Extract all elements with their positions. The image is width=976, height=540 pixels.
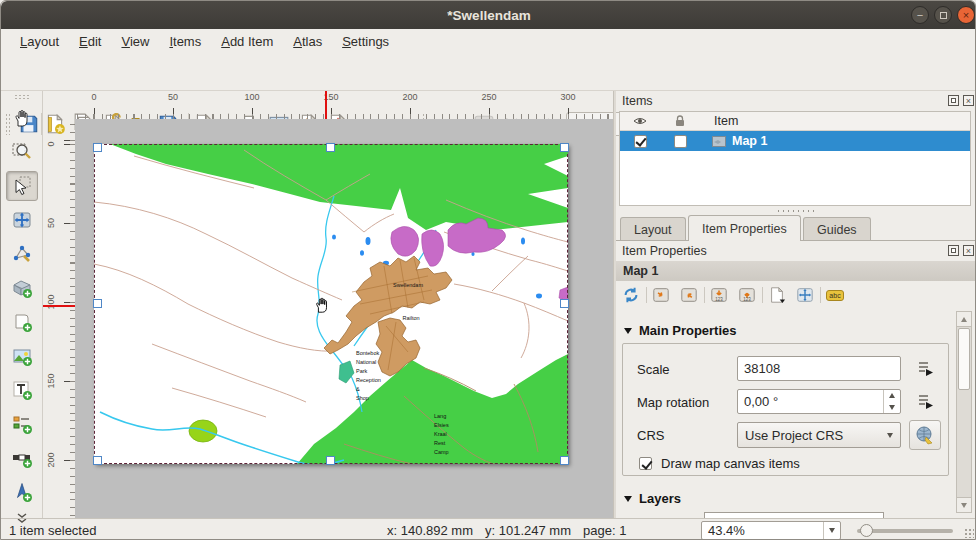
item-properties-panel-title: Item Properties — [622, 244, 707, 258]
scale-data-defined-button[interactable] — [911, 356, 939, 380]
lock-checkbox[interactable] — [674, 135, 687, 148]
labeling-settings-button[interactable]: abc — [824, 284, 846, 306]
ruler-tick-label: 0 — [46, 132, 56, 156]
add-shape-button[interactable] — [6, 307, 38, 337]
hand-cursor — [313, 296, 331, 314]
ruler-tick-label: 150 — [319, 92, 343, 102]
map1-item-row[interactable]: Map 1 — [620, 131, 970, 151]
toolbar-separator — [762, 287, 763, 303]
maximize-button[interactable] — [934, 6, 952, 24]
minimize-button[interactable]: − — [911, 6, 929, 24]
visibility-checkbox[interactable] — [634, 135, 647, 148]
move-item-content-button[interactable] — [6, 205, 38, 235]
draw-canvas-items-checkbox[interactable] — [639, 457, 652, 470]
layout-page[interactable]: Swellendam Railton Bontebok National Par… — [94, 144, 568, 464]
crs-combo[interactable]: Use Project CRS — [737, 422, 901, 448]
dock-splitter-handle[interactable] — [776, 209, 816, 213]
resize-handle-n[interactable] — [326, 143, 335, 152]
menu-add-item[interactable]: Add Item — [212, 31, 282, 52]
scroll-up-button[interactable] — [957, 312, 971, 327]
crs-select-button[interactable] — [909, 420, 941, 450]
resize-grip[interactable] — [964, 528, 974, 538]
set-map-extent-to-canvas-button[interactable] — [650, 284, 672, 306]
rotation-data-defined-button[interactable] — [911, 389, 939, 413]
resize-handle-nw[interactable] — [93, 143, 102, 152]
rotation-spinbox[interactable]: 0,00 ° — [737, 389, 901, 414]
selection-status: 1 item selected — [1, 523, 96, 538]
arrow-down-icon — [961, 503, 967, 508]
collapse-triangle-icon — [624, 496, 632, 502]
add-label-button[interactable] — [6, 375, 38, 405]
cursor-coordinates: x: 140.892 mm y: 101.247 mm page: 1 — [387, 523, 626, 538]
scrollbar-thumb[interactable] — [958, 328, 970, 390]
menu-view[interactable]: View — [112, 31, 158, 52]
add-legend-button[interactable] — [6, 409, 38, 439]
map-item[interactable] — [94, 144, 568, 464]
zoom-combo-dropdown[interactable] — [823, 522, 840, 539]
map-label-camp: Lang Elsies Kraal Rest Camp — [434, 412, 449, 457]
edit-nodes-item-button[interactable] — [6, 239, 38, 269]
cursor-y: y: 101.247 mm — [485, 523, 571, 538]
cursor-x: x: 140.892 mm — [387, 523, 473, 538]
zoom-slider-handle[interactable] — [860, 524, 873, 537]
scroll-down-button[interactable] — [957, 497, 971, 512]
scale-label: Scale — [637, 362, 670, 377]
close-button[interactable]: × — [957, 6, 975, 24]
pan-tool-button[interactable] — [6, 103, 38, 133]
add-north-arrow-button[interactable] — [6, 477, 38, 507]
zoom-tool-button[interactable] — [6, 137, 38, 167]
menu-atlas[interactable]: Atlas — [284, 31, 331, 52]
menu-edit[interactable]: Edit — [70, 31, 110, 52]
select-move-item-button[interactable] — [6, 171, 38, 201]
select-arrow-icon — [12, 176, 32, 196]
resize-handle-s[interactable] — [326, 456, 335, 465]
maximize-icon — [940, 12, 947, 19]
selected-item-title-bar: Map 1 — [616, 261, 976, 281]
resize-handle-w[interactable] — [93, 299, 102, 308]
item-properties-float-button[interactable] — [948, 245, 959, 256]
layers-section-header[interactable]: Layers — [624, 491, 681, 506]
data-defined-icon — [915, 391, 935, 411]
main-properties-section-header[interactable]: Main Properties — [624, 323, 737, 338]
hand-icon — [12, 108, 32, 128]
toolbar-grip[interactable] — [14, 94, 30, 100]
add-picture-button[interactable] — [6, 341, 38, 371]
items-panel-close-button[interactable]: × — [963, 95, 974, 106]
visibility-column-eye-icon — [633, 116, 647, 126]
resize-handle-sw[interactable] — [93, 456, 102, 465]
set-extent-from-bookmark-button[interactable] — [766, 284, 788, 306]
rotation-value: 0,00 ° — [744, 394, 778, 409]
view-map-scale-in-canvas-button[interactable]: 123 — [736, 284, 758, 306]
scale-input[interactable]: 38108 — [737, 356, 901, 381]
crs-combo-dropdown[interactable] — [880, 433, 900, 438]
resize-handle-se[interactable] — [560, 456, 569, 465]
crs-value: Use Project CRS — [738, 428, 880, 443]
selected-item-title: Map 1 — [623, 264, 658, 278]
rotation-spin-buttons[interactable] — [883, 390, 900, 413]
add-scalebar-button[interactable] — [6, 443, 38, 473]
tab-item-properties[interactable]: Item Properties — [688, 215, 801, 241]
item-properties-close-button[interactable]: × — [963, 245, 974, 256]
resize-handle-e[interactable] — [560, 299, 569, 308]
interactively-edit-map-extent-button[interactable] — [794, 284, 816, 306]
update-map-preview-button[interactable] — [620, 284, 642, 306]
arrow-up-icon — [961, 317, 967, 322]
zoom-level-combo[interactable]: 43.4% — [701, 521, 841, 540]
menu-settings[interactable]: Settings — [333, 31, 398, 52]
menu-items[interactable]: Items — [160, 31, 210, 52]
zoom-slider[interactable] — [857, 529, 953, 533]
set-map-scale-to-canvas-button[interactable]: 123 — [708, 284, 730, 306]
add-map-button[interactable] — [6, 273, 38, 303]
items-list-header: Item — [620, 112, 970, 131]
tab-layout[interactable]: Layout — [620, 217, 686, 241]
properties-scrollbar[interactable] — [956, 311, 972, 513]
spin-down-icon — [889, 405, 895, 410]
items-panel-float-button[interactable] — [948, 95, 959, 106]
resize-handle-ne[interactable] — [560, 143, 569, 152]
view-map-extent-in-canvas-button[interactable] — [678, 284, 700, 306]
ruler-tick-label: 150 — [46, 369, 56, 393]
tab-guides[interactable]: Guides — [803, 217, 871, 241]
menu-layout[interactable]: Layout — [11, 31, 68, 52]
layout-canvas[interactable]: Swellendam Railton Bontebok National Par… — [75, 119, 613, 518]
crs-label: CRS — [637, 428, 664, 443]
